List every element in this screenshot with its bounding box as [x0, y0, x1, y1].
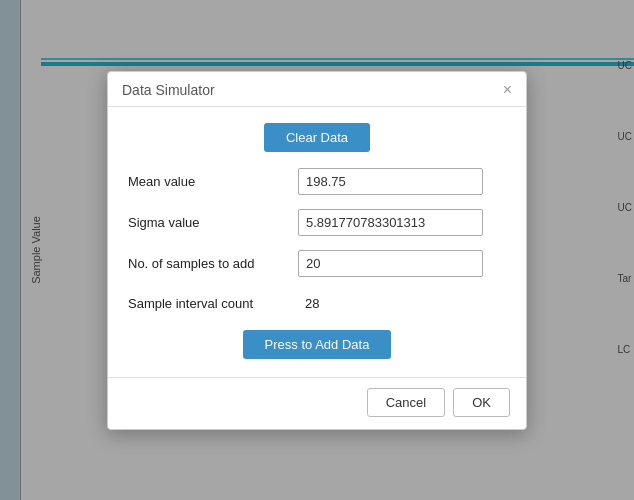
ok-button[interactable]: OK: [453, 388, 510, 417]
sigma-input[interactable]: [298, 209, 483, 236]
mean-label: Mean value: [128, 174, 298, 189]
sigma-label: Sigma value: [128, 215, 298, 230]
sigma-value-row: Sigma value: [128, 209, 506, 236]
close-button[interactable]: ×: [503, 82, 512, 98]
samples-row: No. of samples to add: [128, 250, 506, 277]
cancel-button[interactable]: Cancel: [367, 388, 445, 417]
interval-label: Sample interval count: [128, 296, 298, 311]
mean-input[interactable]: [298, 168, 483, 195]
dialog-footer: Cancel OK: [108, 377, 526, 429]
dialog-body: Clear Data Mean value Sigma value No. of…: [108, 107, 526, 377]
dialog-header: Data Simulator ×: [108, 72, 526, 107]
samples-input[interactable]: [298, 250, 483, 277]
add-data-button[interactable]: Press to Add Data: [243, 330, 392, 359]
add-data-row: Press to Add Data: [128, 330, 506, 359]
data-simulator-dialog: Data Simulator × Clear Data Mean value S…: [107, 71, 527, 430]
samples-label: No. of samples to add: [128, 256, 298, 271]
dialog-title: Data Simulator: [122, 82, 215, 98]
mean-value-row: Mean value: [128, 168, 506, 195]
clear-data-button[interactable]: Clear Data: [264, 123, 370, 152]
modal-overlay: Data Simulator × Clear Data Mean value S…: [0, 0, 634, 500]
interval-row: Sample interval count 28: [128, 291, 506, 316]
clear-data-row: Clear Data: [128, 123, 506, 152]
interval-value: 28: [298, 291, 326, 316]
